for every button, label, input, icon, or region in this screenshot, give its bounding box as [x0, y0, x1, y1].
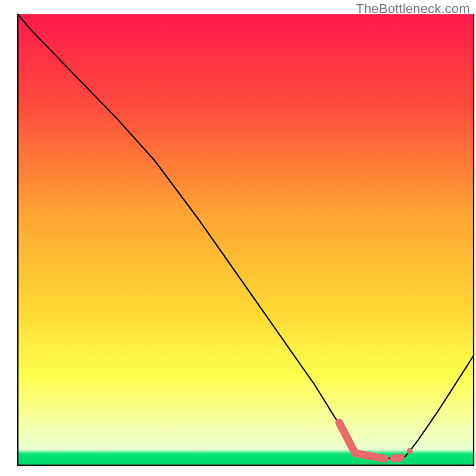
highlight-dot: [407, 448, 413, 454]
watermark-text: TheBottleneck.com: [356, 1, 470, 17]
gradient-background: [18, 14, 474, 465]
chart-stage: TheBottleneck.com: [0, 0, 476, 476]
highlight-segment: [394, 458, 400, 458]
bottleneck-chart: [0, 0, 476, 476]
